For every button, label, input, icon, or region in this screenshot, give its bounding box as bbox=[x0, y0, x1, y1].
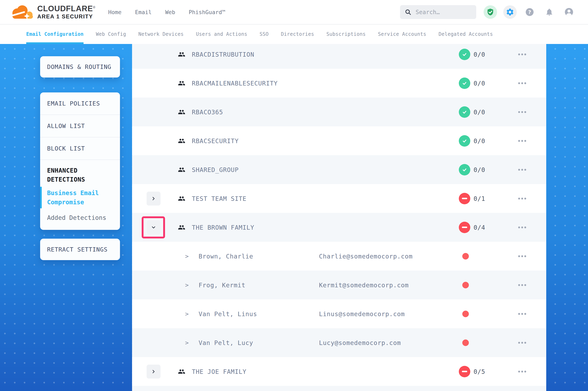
topnav-phishguard[interactable]: PhishGuard™ bbox=[189, 9, 225, 15]
chevron-right-icon[interactable]: > bbox=[185, 310, 189, 317]
member-count: 0/0 bbox=[473, 51, 485, 58]
member-name[interactable]: Brown, Charlie bbox=[199, 253, 253, 260]
member-email: Linus@somedemocorp.com bbox=[319, 310, 405, 317]
search-input[interactable] bbox=[415, 8, 472, 16]
group-name[interactable]: THE BROWN FAMILY bbox=[192, 224, 254, 231]
status-badge-check bbox=[459, 106, 470, 118]
help-icon[interactable]: ? bbox=[523, 5, 536, 19]
member-name[interactable]: Van Pelt, Linus bbox=[199, 310, 257, 317]
status-badge-check bbox=[459, 78, 470, 89]
sidebar-card-1: DOMAINS & ROUTING bbox=[40, 56, 120, 78]
topnav-home[interactable]: Home bbox=[108, 9, 122, 15]
table-row-member-brown-charlie: > Brown, Charlie Charlie@somedemocorp.co… bbox=[132, 242, 546, 271]
svg-text:?: ? bbox=[528, 9, 531, 15]
search-box[interactable] bbox=[400, 5, 476, 19]
member-count: 0/0 bbox=[473, 80, 485, 87]
groups-table-panel: RBACDISTRUBUTION 0/0 RBACMAILENABLESECUR… bbox=[132, 44, 546, 391]
row-actions-menu[interactable] bbox=[518, 82, 526, 84]
row-actions-menu[interactable] bbox=[518, 140, 526, 142]
status-dot-red bbox=[462, 311, 469, 317]
member-count: 0/4 bbox=[473, 224, 485, 231]
expand-group-button[interactable] bbox=[147, 365, 160, 379]
status-badge-minus bbox=[459, 193, 470, 204]
status-dot-red bbox=[462, 282, 469, 288]
table-row-group-the-brown-family: THE BROWN FAMILY 0/4 bbox=[132, 213, 546, 242]
active-indicator-bar bbox=[40, 187, 42, 208]
logo-text: CLOUDFLARE® AREA 1 SECURITY bbox=[37, 5, 96, 19]
groups-table: RBACDISTRUBUTION 0/0 RBACMAILENABLESECUR… bbox=[132, 44, 546, 391]
row-actions-menu[interactable] bbox=[518, 197, 526, 199]
member-email: Charlie@somedemocorp.com bbox=[319, 253, 413, 260]
row-actions-menu[interactable] bbox=[518, 226, 526, 228]
sidebar-item-email-policies[interactable]: EMAIL POLICIES bbox=[40, 93, 120, 115]
top-nav: HomeEmailWebPhishGuard™ bbox=[108, 9, 225, 15]
tab-subscriptions[interactable]: Subscriptions bbox=[326, 24, 366, 44]
topnav-web[interactable]: Web bbox=[165, 9, 175, 15]
group-icon bbox=[178, 195, 185, 202]
header-icons: ? bbox=[484, 5, 576, 19]
tab-service-accounts[interactable]: Service Accounts bbox=[378, 24, 426, 44]
group-name[interactable]: TEST TEAM SITE bbox=[192, 195, 247, 202]
row-actions-menu[interactable] bbox=[518, 111, 526, 113]
group-icon bbox=[178, 137, 185, 145]
tab-users-and-actions[interactable]: Users and Actions bbox=[196, 24, 247, 44]
tab-directories[interactable]: Directories bbox=[281, 24, 314, 44]
brand-name: CLOUDFLARE bbox=[37, 4, 93, 13]
brand-subtitle: AREA 1 SECURITY bbox=[37, 14, 96, 19]
search-icon bbox=[405, 8, 412, 15]
chevron-right-icon[interactable]: > bbox=[185, 339, 189, 346]
status-badge-check bbox=[459, 164, 470, 176]
chevron-right-icon[interactable]: > bbox=[185, 253, 189, 260]
group-name[interactable]: RBACMAILENABLESECURITY bbox=[192, 80, 278, 87]
sidebar-item-block-list[interactable]: BLOCK LIST bbox=[40, 137, 120, 160]
member-name[interactable]: Van Pelt, Lucy bbox=[199, 339, 253, 346]
table-row-member-frog-kermit: > Frog, Kermit Kermit@somedemocorp.com bbox=[132, 271, 546, 299]
table-row-member-van-pelt-lucy: > Van Pelt, Lucy Lucy@somedemocorp.com bbox=[132, 328, 546, 357]
row-actions-menu[interactable] bbox=[518, 53, 526, 55]
chevron-right-icon[interactable]: > bbox=[185, 282, 189, 289]
sidebar-card-2: EMAIL POLICIESALLOW LISTBLOCK LISTENHANC… bbox=[40, 93, 120, 230]
shield-check-icon[interactable] bbox=[484, 5, 497, 19]
tab-email-configuration[interactable]: Email Configuration bbox=[26, 24, 84, 44]
tab-network-devices[interactable]: Network Devices bbox=[139, 24, 184, 44]
row-actions-menu[interactable] bbox=[518, 169, 526, 171]
table-row-group-the-joe-family: THE JOE FAMILY 0/5 bbox=[132, 357, 546, 386]
sidebar-item-allow-list[interactable]: ALLOW LIST bbox=[40, 115, 120, 137]
row-actions-menu[interactable] bbox=[518, 313, 526, 315]
gear-icon[interactable] bbox=[503, 5, 517, 19]
group-name[interactable]: RBACDISTRUBUTION bbox=[192, 51, 254, 58]
sidebar-item-business-email-compromise[interactable]: Business Email Compromise bbox=[40, 185, 120, 210]
top-header: CLOUDFLARE® AREA 1 SECURITY HomeEmailWeb… bbox=[0, 0, 588, 24]
status-badge-minus bbox=[459, 222, 470, 233]
topnav-email[interactable]: Email bbox=[135, 9, 152, 15]
sidebar-item-retract-settings[interactable]: RETRACT SETTINGS bbox=[40, 246, 115, 253]
main-area: DOMAINS & ROUTINGEMAIL POLICIESALLOW LIS… bbox=[0, 44, 588, 391]
table-row-partial bbox=[132, 386, 546, 391]
expand-group-button[interactable] bbox=[147, 192, 160, 205]
row-actions-menu[interactable] bbox=[518, 284, 526, 286]
member-count: 0/0 bbox=[473, 166, 485, 173]
tab-sso[interactable]: SSO bbox=[260, 24, 269, 44]
member-name[interactable]: Frog, Kermit bbox=[199, 281, 246, 289]
collapse-group-button[interactable] bbox=[147, 220, 160, 234]
sidebar-section-enhanced-detections: ENHANCED DETECTIONS bbox=[40, 160, 120, 185]
sidebar-item-added-detections[interactable]: Added Detections bbox=[40, 210, 120, 224]
group-name[interactable]: THE JOE FAMILY bbox=[192, 368, 247, 375]
bell-icon[interactable] bbox=[543, 5, 556, 19]
tab-web-config[interactable]: Web Config bbox=[96, 24, 126, 44]
tab-delegated-accounts[interactable]: Delegated Accounts bbox=[439, 24, 493, 44]
status-badge-check bbox=[459, 135, 470, 147]
status-badge-check bbox=[459, 49, 470, 60]
row-actions-menu[interactable] bbox=[518, 342, 526, 344]
account-icon[interactable] bbox=[562, 5, 576, 19]
group-name[interactable]: RBACSECURITY bbox=[192, 137, 239, 144]
cloudflare-logo[interactable]: CLOUDFLARE® AREA 1 SECURITY bbox=[10, 3, 96, 21]
row-actions-menu[interactable] bbox=[518, 371, 526, 372]
group-icon bbox=[178, 166, 185, 173]
member-count: 0/1 bbox=[473, 195, 485, 202]
row-actions-menu[interactable] bbox=[518, 255, 526, 257]
sidebar-item-domains-routing[interactable]: DOMAINS & ROUTING bbox=[40, 63, 118, 70]
group-name[interactable]: RBACO365 bbox=[192, 108, 223, 115]
table-row-group-rbacmailenablesecurity: RBACMAILENABLESECURITY 0/0 bbox=[132, 69, 546, 98]
group-name[interactable]: SHARED_GROUP bbox=[192, 166, 239, 173]
